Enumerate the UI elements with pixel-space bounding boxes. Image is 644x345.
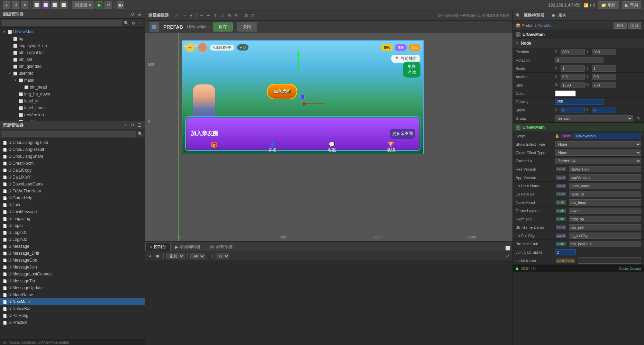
lb-cur-city-input[interactable] (569, 233, 641, 239)
stop-icon[interactable]: ⏹ (155, 253, 161, 259)
assets-refresh[interactable]: ↺ (130, 122, 135, 128)
position-x-input[interactable] (561, 49, 585, 55)
asset-item-joinmessage[interactable]: 📄 UIJoinMessage (0, 208, 145, 215)
tree-node-btn-loginout[interactable]: ⬜ btn_LoginOut (0, 49, 145, 56)
zoom-out[interactable]: − (182, 13, 187, 18)
anchor-y-input[interactable] (592, 74, 616, 80)
play-btn[interactable]: ▶ (96, 1, 103, 9)
show-effect-select[interactable]: None (555, 141, 641, 147)
app-version-input[interactable] (569, 174, 641, 181)
num-select[interactable]: 14 (216, 253, 229, 259)
skew-x-input[interactable] (561, 107, 585, 113)
asset-item-gamehelp[interactable]: 📄 UIGameHelp (0, 194, 145, 201)
hierarchy-menu[interactable]: ☰ (137, 12, 142, 17)
asset-item-lingjiang[interactable]: 📄 UILingJiang (0, 215, 145, 222)
filter-select[interactable]: All (190, 253, 205, 259)
right-top-input[interactable] (569, 216, 641, 222)
group-edit-icon[interactable]: ✎ (636, 116, 641, 121)
zorder-select[interactable]: ZorderLv4 (555, 158, 641, 164)
anchor-x-input[interactable] (561, 74, 585, 80)
node-section-header[interactable]: ▼ Node (513, 39, 644, 48)
asset-item-choujiang-result[interactable]: 📄 UIChouJiangResult (0, 146, 145, 153)
asset-item-join[interactable]: 📄 UIJoin (0, 201, 145, 208)
align-right[interactable]: ⊢ (206, 13, 211, 18)
tab-console[interactable]: ≡ 控制台 (145, 243, 171, 251)
position-y-input[interactable] (592, 49, 616, 55)
refresh-btn[interactable]: ↺ (12, 1, 19, 9)
btn-game-demo-input[interactable] (569, 224, 641, 230)
select-prefab-btn[interactable]: 选择 (614, 22, 627, 29)
asset-item-message-update[interactable]: 📄 UIMessageUpdate (0, 284, 145, 291)
3d-btn[interactable]: 3D (117, 1, 124, 9)
tab-animation[interactable]: ▶ 动画编辑器 (171, 243, 205, 251)
search-icon[interactable]: 🔍 (124, 20, 129, 26)
fullscreen-icon[interactable]: ⤢ (505, 253, 510, 259)
size-h-input[interactable] (592, 82, 616, 88)
align-vcenter[interactable]: ⊟ (233, 13, 239, 18)
btn-join-club-input[interactable] (569, 241, 641, 247)
project-btn[interactable]: 📁 项目 (598, 1, 619, 9)
scale-y-input[interactable] (592, 65, 616, 72)
tree-node-btn-set[interactable]: ⬜ btn_set (0, 56, 145, 63)
script-input[interactable] (574, 133, 641, 139)
asset-item-login02[interactable]: 📄 UILogin02 (0, 236, 145, 243)
maximize-icon[interactable]: ⬜ (505, 245, 510, 251)
align-top[interactable]: ⊤ (212, 13, 218, 18)
scene-canvas[interactable]: 500 0 0 500 1,000 1,500 appV1.0.0.0 (145, 33, 513, 241)
asset-item-fuwu[interactable]: 📄 UIFuWuTiaoKuan (0, 188, 145, 194)
tree-node-bg[interactable]: ⬜ bg (0, 35, 145, 42)
asset-item-login[interactable]: 📄 UILogin (0, 222, 145, 229)
asset-item-download[interactable]: 📄 UIDownLoadGame (0, 181, 145, 188)
close-effect-select[interactable]: None (555, 149, 641, 156)
tree-node-btn-head[interactable]: ⬜ btn_head (0, 84, 145, 91)
color-swatch[interactable] (555, 90, 576, 97)
component-header[interactable]: ✓ UINewMain (513, 123, 644, 132)
game-layout-input[interactable] (569, 208, 641, 214)
asset-item-creatroom[interactable]: 📄 UICreatRoom (0, 160, 145, 167)
lb-hero-id-input[interactable] (569, 191, 641, 197)
assets-search-input[interactable] (2, 131, 136, 137)
node-enabled-checkbox[interactable]: ✓ (516, 32, 520, 37)
mode-select[interactable]: 正则 (166, 253, 184, 259)
tree-node-appversion[interactable]: ⬜ appVersion (0, 118, 145, 121)
asset-item-message-drift[interactable]: 📄 UIMessage_Drift (0, 250, 145, 257)
asset-item-noticebar[interactable]: 📄 UINoticeBar (0, 305, 145, 312)
add-node-icon[interactable]: + (137, 20, 143, 26)
prefab-save-btn[interactable]: 保存 (213, 22, 233, 31)
hierarchy-search-input[interactable] (2, 20, 122, 26)
tree-node-img-hp-down[interactable]: ⬜ img_hp_down (0, 91, 145, 98)
tool-3[interactable]: ⬜ (51, 1, 58, 9)
asset-item-message[interactable]: 📄 UIMessage (0, 243, 145, 250)
filter-icon[interactable]: ⚙ (130, 20, 136, 26)
align-left[interactable]: ⊣ (199, 13, 204, 18)
component-enabled-checkbox[interactable]: ✓ (516, 125, 520, 130)
sprite-frame-input[interactable] (578, 257, 641, 264)
tree-node-label-id[interactable]: ⬜ label_id (0, 98, 145, 105)
return-prefab-btn[interactable]: 返回 (628, 22, 641, 29)
tree-node-btn-qiandao[interactable]: ⬜ btn_qiandao (0, 63, 145, 70)
prefab-close-btn[interactable]: 关闭 (237, 22, 257, 31)
opacity-input[interactable] (555, 99, 604, 105)
scale-x-input[interactable] (561, 65, 585, 72)
distribute-h[interactable]: ⊠ (243, 13, 249, 18)
tree-node-userinfo[interactable]: ▼ ⬜ userinfo (0, 70, 145, 77)
asset-item-daili-xieyi[interactable]: 📄 UIDaiLiXieYi (0, 174, 145, 181)
tab-game-preview[interactable]: 🎮 游戏预览 (205, 243, 237, 251)
node-head-input[interactable] (569, 199, 641, 206)
zoom-fit[interactable]: ⤢ (173, 13, 180, 18)
layout-btn[interactable]: ⊞ 布局 (622, 1, 641, 9)
distribute-v[interactable]: ⊡ (250, 13, 256, 18)
assets-search-icon[interactable]: 🔍 (137, 131, 143, 137)
lb-hero-name-input[interactable] (569, 183, 641, 189)
align-hcenter[interactable]: ⊞ (226, 13, 232, 18)
zoom-in[interactable]: + (189, 13, 194, 18)
align-bottom[interactable]: ⊥ (219, 13, 225, 18)
asset-item-newmain[interactable]: 📄 UINewMain (0, 298, 145, 305)
asset-item-choujiang-share[interactable]: 📄 UIChouJiangShare (0, 153, 145, 160)
tree-node-uinewmain[interactable]: ▼ ⬜ UINewMain (0, 28, 145, 35)
play-icon[interactable]: ● (147, 253, 153, 259)
tree-node-mask[interactable]: ▼ ⬜ mask (0, 77, 145, 84)
res-version-input[interactable] (569, 166, 641, 172)
tree-node-img-syright[interactable]: ⬜ img_syright_up (0, 42, 145, 49)
tool-4[interactable]: ⬜ (60, 1, 67, 9)
